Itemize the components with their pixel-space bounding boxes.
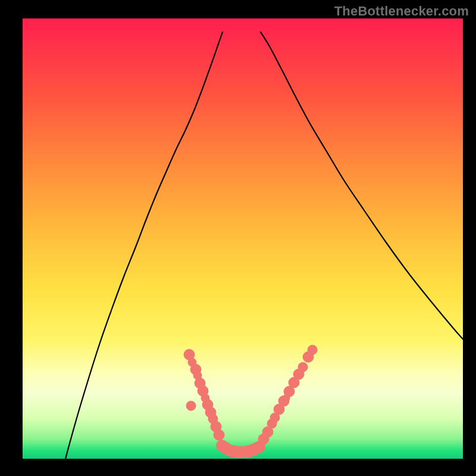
curve-right-branch <box>261 32 463 339</box>
chart-frame: TheBottlenecker.com <box>0 0 476 476</box>
markers-left <box>184 349 224 440</box>
curve-left-branch <box>54 32 223 476</box>
markers-right <box>258 345 317 444</box>
marker-dot <box>308 345 317 355</box>
watermark-text: TheBottlenecker.com <box>334 4 469 19</box>
valley-cluster <box>222 446 259 452</box>
marker-dot <box>186 401 196 411</box>
marker-dot <box>214 430 224 440</box>
plot-area <box>23 18 463 459</box>
marker-dot <box>298 362 308 372</box>
curve-svg <box>23 18 463 459</box>
